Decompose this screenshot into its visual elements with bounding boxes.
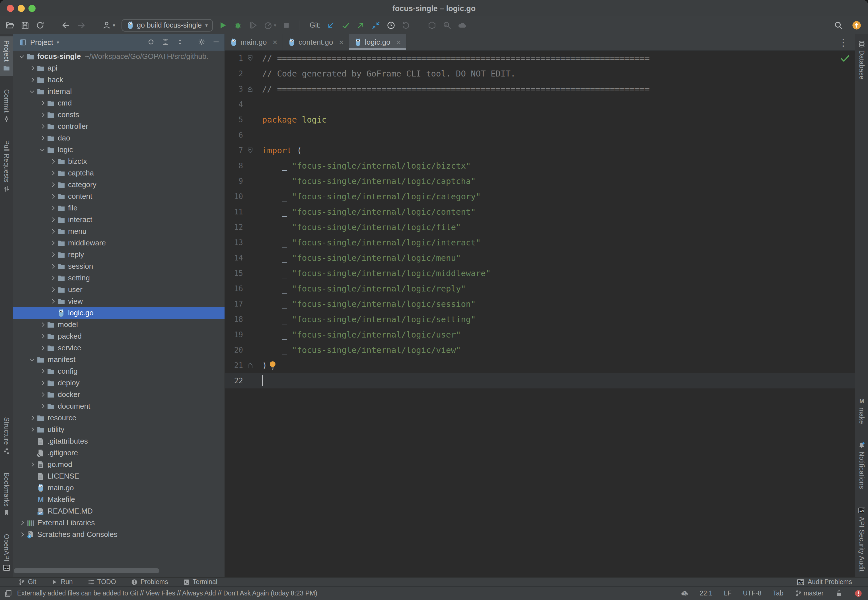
toolwindow-button-git[interactable]: Git bbox=[18, 578, 36, 586]
tree-item-utility[interactable]: utility bbox=[13, 424, 225, 435]
fold-marker-icon[interactable] bbox=[243, 143, 257, 158]
chevron-right-icon[interactable] bbox=[49, 218, 56, 221]
chevron-right-icon[interactable] bbox=[49, 160, 56, 163]
stripe-item-make[interactable]: Mmake bbox=[855, 394, 868, 428]
open-icon[interactable] bbox=[5, 20, 15, 30]
chevron-right-icon[interactable] bbox=[38, 370, 46, 373]
history-icon[interactable] bbox=[386, 20, 396, 30]
intention-bulb-icon[interactable] bbox=[268, 360, 277, 371]
code-line-2[interactable]: 2// Code generated by GoFrame CLI tool. … bbox=[225, 66, 855, 81]
code-line-10[interactable]: 10 _ "focus-single/internal/logic/catego… bbox=[225, 189, 855, 204]
expand-all-icon[interactable] bbox=[162, 38, 169, 47]
stripe-item-project[interactable]: Project bbox=[0, 36, 13, 76]
chevron-down-icon[interactable]: ▾ bbox=[274, 22, 276, 29]
stop-button[interactable] bbox=[281, 20, 292, 30]
code-line-19[interactable]: 19 _ "focus-single/internal/logic/user" bbox=[225, 327, 855, 342]
search-everywhere-icon[interactable] bbox=[833, 20, 844, 30]
debug-button[interactable] bbox=[233, 20, 243, 30]
code-line-5[interactable]: 5package logic bbox=[225, 112, 855, 127]
code-line-4[interactable]: 4 bbox=[225, 97, 855, 112]
chevron-down-icon[interactable]: ▾ bbox=[57, 39, 59, 45]
chevron-down-icon[interactable] bbox=[18, 55, 26, 58]
chevron-down-icon[interactable] bbox=[28, 91, 36, 92]
tab-content-go[interactable]: content.go× bbox=[283, 34, 349, 50]
forward-icon[interactable] bbox=[76, 20, 86, 30]
chevron-right-icon[interactable] bbox=[49, 288, 56, 291]
tree-item-external-libraries[interactable]: External Libraries bbox=[13, 517, 225, 529]
save-all-icon[interactable] bbox=[20, 20, 30, 30]
chevron-right-icon[interactable] bbox=[38, 393, 46, 396]
error-indicator-icon[interactable] bbox=[854, 589, 862, 597]
git-merge-icon[interactable] bbox=[371, 20, 381, 30]
cloud-icon[interactable] bbox=[457, 20, 467, 30]
user-icon[interactable] bbox=[102, 20, 112, 30]
code-line-11[interactable]: 11 _ "focus-single/internal/logic/conten… bbox=[225, 204, 855, 220]
git-commit-icon[interactable] bbox=[341, 20, 351, 30]
chevron-right-icon[interactable] bbox=[38, 335, 46, 338]
tree-item-gitattributes[interactable]: .gitattributes bbox=[13, 435, 225, 447]
tree-item-cmd[interactable]: cmd bbox=[13, 97, 225, 109]
tree-item-api[interactable]: api bbox=[13, 62, 225, 74]
code-line-21[interactable]: 21) bbox=[225, 358, 855, 373]
tree-item-reply[interactable]: reply bbox=[13, 249, 225, 261]
chevron-right-icon[interactable] bbox=[49, 171, 56, 174]
tree-item-hack[interactable]: hack bbox=[13, 74, 225, 86]
tree-item-logic[interactable]: logic bbox=[13, 144, 225, 156]
sync-icon[interactable] bbox=[35, 20, 45, 30]
tree-item-scratches-and-consoles[interactable]: Scratches and Consoles bbox=[13, 529, 225, 540]
tree-item-packed[interactable]: packed bbox=[13, 330, 225, 342]
tree-item-session[interactable]: session bbox=[13, 261, 225, 272]
chevron-right-icon[interactable] bbox=[49, 230, 56, 233]
toolwindow-button-run[interactable]: Run bbox=[51, 578, 73, 586]
stripe-item-bookmarks[interactable]: Bookmarks bbox=[0, 469, 13, 521]
code-line-3[interactable]: 3// ====================================… bbox=[225, 81, 855, 97]
git-update-icon[interactable] bbox=[325, 20, 336, 30]
chevron-right-icon[interactable] bbox=[28, 428, 36, 431]
stripe-item-commit[interactable]: Commit bbox=[0, 85, 13, 127]
lock-open-icon[interactable] bbox=[835, 589, 843, 597]
chevron-right-icon[interactable] bbox=[38, 323, 46, 326]
tree-item-readme-md[interactable]: MDREADME.MD bbox=[13, 505, 225, 517]
chevron-right-icon[interactable] bbox=[49, 300, 56, 303]
audit-problems-button[interactable]: /API Audit Problems bbox=[797, 578, 852, 586]
update-available-icon[interactable] bbox=[851, 20, 862, 30]
chevron-down-icon[interactable] bbox=[38, 149, 46, 151]
tree-item-main-go[interactable]: main.go bbox=[13, 482, 225, 494]
tree-item-dao[interactable]: dao bbox=[13, 132, 225, 144]
rollback-icon[interactable] bbox=[401, 20, 411, 30]
gear-icon[interactable] bbox=[198, 38, 205, 47]
stripe-item-notifications[interactable]: Notifications bbox=[855, 438, 868, 493]
chevron-right-icon[interactable] bbox=[18, 533, 26, 536]
code-line-13[interactable]: 13 _ "focus-single/internal/logic/intera… bbox=[225, 235, 855, 250]
chevron-down-icon[interactable]: ▾ bbox=[113, 22, 115, 29]
tree-item-user[interactable]: user bbox=[13, 284, 225, 295]
chevron-right-icon[interactable] bbox=[38, 125, 46, 128]
tree-item-interact[interactable]: interact bbox=[13, 214, 225, 226]
tree-item-makefile[interactable]: MMakefile bbox=[13, 494, 225, 505]
tree-item-captcha[interactable]: captcha bbox=[13, 167, 225, 179]
code-line-17[interactable]: 17 _ "focus-single/internal/logic/sessio… bbox=[225, 296, 855, 312]
stripe-item-database[interactable]: Database bbox=[855, 36, 868, 83]
tree-item-license[interactable]: LICENSE bbox=[13, 470, 225, 482]
cloud-status-icon[interactable]: ? bbox=[681, 589, 689, 597]
chevron-right-icon[interactable] bbox=[28, 78, 36, 81]
tree-item-category[interactable]: category bbox=[13, 179, 225, 191]
tab-logic-go[interactable]: logic.go× bbox=[349, 34, 406, 50]
chevron-right-icon[interactable] bbox=[28, 416, 36, 420]
toolwindow-button-problems[interactable]: Problems bbox=[131, 578, 168, 586]
chevron-right-icon[interactable] bbox=[38, 113, 46, 116]
tree-item-menu[interactable]: menu bbox=[13, 226, 225, 237]
line-separator[interactable]: LF bbox=[724, 589, 732, 597]
code-line-14[interactable]: 14 _ "focus-single/internal/logic/menu" bbox=[225, 250, 855, 265]
chevron-right-icon[interactable] bbox=[49, 253, 56, 256]
run-configuration-select[interactable]: go build focus-single ▾ bbox=[122, 19, 213, 32]
chevron-right-icon[interactable] bbox=[49, 206, 56, 209]
code-line-1[interactable]: 1// ====================================… bbox=[225, 51, 855, 66]
inspections-ok-icon[interactable] bbox=[839, 52, 850, 63]
stripe-item-structure[interactable]: Structure bbox=[0, 413, 13, 459]
tree-item-document[interactable]: document bbox=[13, 400, 225, 412]
tree-item-view[interactable]: view bbox=[13, 295, 225, 307]
chevron-right-icon[interactable] bbox=[38, 102, 46, 105]
stripe-item-api-security-audit[interactable]: /APIAPI Security Audit bbox=[855, 503, 868, 576]
tool-window-toggle-icon[interactable] bbox=[4, 589, 12, 598]
